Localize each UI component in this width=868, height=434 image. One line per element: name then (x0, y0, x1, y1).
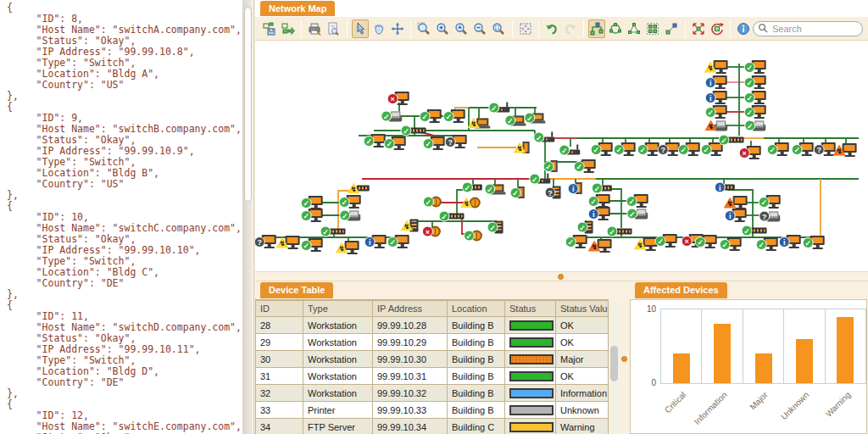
map-node-pc[interactable]: ? (658, 142, 680, 156)
map-node-pc[interactable]: i (705, 75, 727, 89)
zoom-selection-button[interactable] (453, 19, 470, 38)
device-table-scrollbar-thumb[interactable] (610, 346, 618, 381)
map-node-globe[interactable]: ✓ (464, 231, 482, 242)
search-input[interactable] (753, 21, 863, 36)
map-node-pc[interactable]: ✓ (387, 235, 409, 248)
affected-devices-tab[interactable]: Affected Devices (635, 282, 727, 298)
json-panel-scrollbar-thumb[interactable] (244, 7, 252, 202)
rotate-layout-button[interactable] (709, 19, 726, 38)
table-row[interactable]: 28Workstation99.99.10.28Building BOK (256, 317, 609, 334)
map-node-pc[interactable]: i (779, 235, 801, 248)
map-node-minisw[interactable]: ↯ (348, 183, 370, 194)
map-node-laptop[interactable]: ✓ (504, 115, 524, 126)
pan-tool-button[interactable] (370, 19, 387, 38)
map-node-pc[interactable]: ✓ (339, 195, 361, 209)
map-node-pc[interactable]: ↯ (704, 60, 728, 74)
map-node-pc[interactable]: ✓ (756, 237, 778, 251)
map-node-globe[interactable]: × (422, 226, 441, 237)
map-node-pc[interactable]: ✓ (364, 134, 386, 147)
map-node-hub[interactable]: ✓ (510, 186, 525, 198)
column-header-location[interactable]: Location (448, 301, 505, 317)
map-node-pc[interactable]: ✓ (720, 237, 742, 251)
column-header-id[interactable]: ID (256, 301, 303, 317)
map-node-router[interactable]: ✓ (488, 103, 509, 114)
map-node-pc[interactable]: ✓ (423, 136, 445, 150)
map-node-pc[interactable]: ✓ (626, 194, 648, 208)
layout-incremental-button[interactable] (663, 19, 680, 38)
map-node-switch[interactable]: ✓ (320, 226, 346, 237)
print-button[interactable] (306, 19, 323, 38)
map-node-pc[interactable]: ✓ (420, 109, 442, 123)
map-node-pc[interactable]: ↯ (634, 237, 658, 251)
map-node-pc[interactable]: ↯ (336, 241, 359, 254)
map-node-pc[interactable]: ✓ (574, 159, 596, 173)
json-panel-scrollbar[interactable] (242, 0, 253, 434)
map-node-pc[interactable]: ✓ (301, 209, 323, 222)
map-node-switch[interactable]: ✓ (439, 211, 465, 222)
print-preview-button[interactable] (325, 19, 342, 38)
map-node-hub[interactable]: ✓ (543, 160, 558, 172)
map-node-pc[interactable]: i (705, 91, 727, 104)
table-row[interactable]: 29Workstation99.99.10.29Building BOK (256, 334, 609, 351)
map-node-pc[interactable]: ✓ (588, 194, 610, 208)
map-node-server[interactable]: ✓ (577, 221, 593, 234)
table-row[interactable]: 34FTP Server99.99.10.34Building CWarning (256, 419, 609, 434)
device-table-scrollbar[interactable] (608, 299, 620, 434)
map-node-globe[interactable]: ↯ (460, 198, 481, 209)
map-node-printer[interactable]: ↯ (704, 120, 727, 131)
map-node-pc[interactable]: ✓ (759, 195, 781, 209)
layout-organic-button[interactable] (626, 19, 643, 38)
map-node-pc[interactable]: ✓ (705, 105, 727, 119)
column-header-status[interactable]: Status (505, 301, 556, 317)
network-map-tab[interactable]: Network Map (260, 1, 335, 17)
map-node-server[interactable]: ? (545, 186, 561, 199)
undo-button[interactable] (543, 19, 560, 38)
map-node-hub[interactable]: i (568, 182, 582, 194)
map-node-pc[interactable]: × (387, 92, 409, 105)
column-header-type[interactable]: Type (303, 301, 373, 317)
device-table-tab[interactable]: Device Table (260, 282, 333, 298)
map-node-pc[interactable]: ✓ (565, 235, 587, 248)
map-node-pc[interactable]: ✓ (384, 136, 406, 150)
map-node-printer[interactable]: ✓ (381, 111, 402, 122)
redo-button[interactable] (562, 19, 579, 38)
splitter-grip-icon[interactable] (558, 274, 564, 280)
zoom-out-button[interactable] (471, 19, 488, 38)
map-node-pc[interactable]: ✓ (614, 142, 636, 156)
map-node-switch[interactable]: ✓ (401, 125, 426, 136)
map-node-pc[interactable]: ✓ (443, 109, 465, 123)
splitter-grip-icon[interactable] (621, 356, 627, 362)
import-map-button[interactable] (261, 19, 278, 38)
map-node-globe[interactable]: ✓ (423, 197, 442, 208)
layout-circular-button[interactable] (607, 19, 624, 38)
map-node-printer[interactable]: ? (759, 211, 780, 222)
layout-grid-button[interactable] (644, 19, 661, 38)
fit-window-button[interactable] (517, 19, 534, 38)
table-row[interactable]: 30Workstation99.99.10.30Building BMajor (256, 351, 609, 368)
map-node-router[interactable]: ✓ (533, 132, 554, 143)
map-node-router[interactable]: ✓ (559, 145, 580, 156)
map-node-laptop[interactable]: ↯ (467, 118, 488, 129)
map-node-pc[interactable]: × (739, 146, 761, 159)
map-node-pc[interactable]: ✓ (744, 60, 766, 74)
map-node-pc[interactable]: ✓ (744, 91, 766, 104)
map-node-pc[interactable]: ✓ (695, 235, 717, 248)
map-node-printer[interactable]: ✓ (744, 120, 765, 131)
map-node-switch[interactable]: ✓ (719, 135, 744, 146)
column-header-status-value[interactable]: Status Value (556, 301, 609, 317)
map-node-pc[interactable]: ? (255, 235, 276, 248)
map-node-pc[interactable]: ✓ (591, 142, 613, 156)
map-node-pc[interactable]: ✓ (655, 234, 677, 248)
table-row[interactable]: 32Workstation99.99.10.32Building BInform… (256, 385, 609, 402)
map-node-server[interactable]: ✓ (487, 221, 504, 234)
fit-view-button[interactable] (389, 19, 406, 38)
map-node-pc[interactable]: ? (445, 135, 467, 148)
map-node-pc[interactable]: ✓ (637, 142, 659, 156)
network-map-canvas[interactable]: ×✓✓✓↯✓✓✓✓✓✓✓?✓↯✓✓✓✓?✓✓✓×✓✓?↯↯✓i✓i✓✓✓↯✓✓✓… (255, 41, 868, 271)
map-node-minisw[interactable]: ✓ (592, 183, 612, 194)
column-header-ip-address[interactable]: IP Address (373, 301, 448, 317)
table-row[interactable]: 31Workstation99.99.10.31Building BOK (256, 368, 609, 385)
map-node-laptop[interactable]: ✓ (484, 184, 504, 195)
map-node-pc[interactable]: ✓ (767, 142, 789, 156)
map-node-switch[interactable]: ✓ (742, 225, 767, 236)
